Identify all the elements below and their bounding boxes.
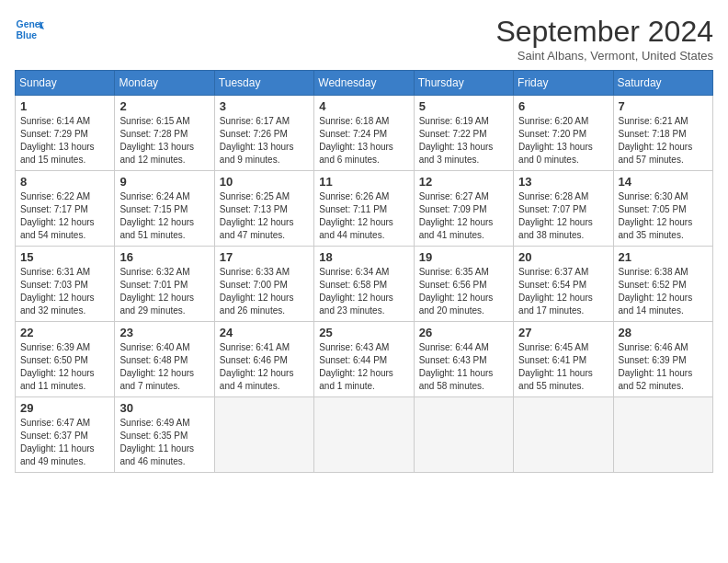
day-info: Sunrise: 6:30 AM Sunset: 7:05 PM Dayligh… xyxy=(619,190,708,242)
day-number: 4 xyxy=(319,99,408,113)
calendar-day-cell: 2Sunrise: 6:15 AM Sunset: 7:28 PM Daylig… xyxy=(115,96,214,171)
day-info: Sunrise: 6:24 AM Sunset: 7:15 PM Dayligh… xyxy=(119,190,209,242)
calendar-day-cell: 8Sunrise: 6:22 AM Sunset: 7:17 PM Daylig… xyxy=(16,171,115,247)
calendar-day-cell: 27Sunrise: 6:45 AM Sunset: 6:41 PM Dayli… xyxy=(514,322,613,397)
calendar-day-cell: 9Sunrise: 6:24 AM Sunset: 7:15 PM Daylig… xyxy=(115,171,214,247)
day-info: Sunrise: 6:20 AM Sunset: 7:20 PM Dayligh… xyxy=(518,115,608,167)
title-block: September 2024 Saint Albans, Vermont, Un… xyxy=(495,15,713,63)
day-number: 23 xyxy=(119,326,209,339)
calendar-day-cell: 20Sunrise: 6:37 AM Sunset: 6:54 PM Dayli… xyxy=(514,247,613,322)
day-number: 24 xyxy=(220,326,309,339)
day-info: Sunrise: 6:49 AM Sunset: 6:35 PM Dayligh… xyxy=(119,417,209,468)
day-info: Sunrise: 6:45 AM Sunset: 6:41 PM Dayligh… xyxy=(518,341,608,393)
calendar-day-cell: 10Sunrise: 6:25 AM Sunset: 7:13 PM Dayli… xyxy=(214,171,313,247)
day-number: 7 xyxy=(619,99,708,113)
day-info: Sunrise: 6:43 AM Sunset: 6:44 PM Dayligh… xyxy=(319,341,408,393)
calendar-day-cell: 18Sunrise: 6:34 AM Sunset: 6:58 PM Dayli… xyxy=(314,247,414,322)
day-info: Sunrise: 6:17 AM Sunset: 7:26 PM Dayligh… xyxy=(220,115,309,167)
calendar-day-cell: 24Sunrise: 6:41 AM Sunset: 6:46 PM Dayli… xyxy=(214,322,313,397)
day-info: Sunrise: 6:15 AM Sunset: 7:28 PM Dayligh… xyxy=(119,115,209,167)
day-number: 28 xyxy=(619,326,708,339)
day-number: 15 xyxy=(20,250,109,264)
calendar-day-cell xyxy=(414,397,513,473)
calendar-day-cell: 13Sunrise: 6:28 AM Sunset: 7:07 PM Dayli… xyxy=(514,171,613,247)
calendar-day-cell xyxy=(514,397,613,473)
day-info: Sunrise: 6:19 AM Sunset: 7:22 PM Dayligh… xyxy=(419,115,508,167)
col-header-friday: Friday xyxy=(514,71,613,96)
day-info: Sunrise: 6:14 AM Sunset: 7:29 PM Dayligh… xyxy=(20,115,109,167)
logo: General Blue xyxy=(15,15,44,44)
calendar-week-row: 22Sunrise: 6:39 AM Sunset: 6:50 PM Dayli… xyxy=(16,322,713,397)
calendar-week-row: 29Sunrise: 6:47 AM Sunset: 6:37 PM Dayli… xyxy=(16,397,713,473)
day-number: 30 xyxy=(119,401,209,415)
day-number: 20 xyxy=(518,250,608,264)
calendar-day-cell: 17Sunrise: 6:33 AM Sunset: 7:00 PM Dayli… xyxy=(214,247,313,322)
day-info: Sunrise: 6:35 AM Sunset: 6:56 PM Dayligh… xyxy=(419,266,508,317)
col-header-saturday: Saturday xyxy=(613,71,712,96)
day-number: 1 xyxy=(20,99,109,113)
calendar-day-cell: 26Sunrise: 6:44 AM Sunset: 6:43 PM Dayli… xyxy=(414,322,513,397)
day-info: Sunrise: 6:44 AM Sunset: 6:43 PM Dayligh… xyxy=(419,341,508,393)
day-info: Sunrise: 6:21 AM Sunset: 7:18 PM Dayligh… xyxy=(619,115,708,167)
day-number: 22 xyxy=(20,326,109,339)
day-number: 13 xyxy=(518,175,608,189)
day-number: 2 xyxy=(119,99,209,113)
location-subtitle: Saint Albans, Vermont, United States xyxy=(495,49,713,63)
day-info: Sunrise: 6:32 AM Sunset: 7:01 PM Dayligh… xyxy=(119,266,209,317)
calendar-day-cell: 22Sunrise: 6:39 AM Sunset: 6:50 PM Dayli… xyxy=(16,322,115,397)
day-info: Sunrise: 6:34 AM Sunset: 6:58 PM Dayligh… xyxy=(319,266,408,317)
calendar-day-cell: 7Sunrise: 6:21 AM Sunset: 7:18 PM Daylig… xyxy=(613,96,712,171)
calendar-day-cell: 29Sunrise: 6:47 AM Sunset: 6:37 PM Dayli… xyxy=(16,397,115,473)
calendar-day-cell: 30Sunrise: 6:49 AM Sunset: 6:35 PM Dayli… xyxy=(115,397,214,473)
calendar-day-cell: 3Sunrise: 6:17 AM Sunset: 7:26 PM Daylig… xyxy=(214,96,313,171)
logo-icon: General Blue xyxy=(15,15,44,44)
calendar-day-cell: 21Sunrise: 6:38 AM Sunset: 6:52 PM Dayli… xyxy=(613,247,712,322)
calendar-table: SundayMondayTuesdayWednesdayThursdayFrid… xyxy=(15,70,713,473)
day-number: 27 xyxy=(518,326,608,339)
col-header-sunday: Sunday xyxy=(16,71,115,96)
day-info: Sunrise: 6:31 AM Sunset: 7:03 PM Dayligh… xyxy=(20,266,109,317)
day-number: 9 xyxy=(119,175,209,189)
page-header: General Blue September 2024 Saint Albans… xyxy=(15,15,713,63)
col-header-monday: Monday xyxy=(115,71,214,96)
day-number: 26 xyxy=(419,326,508,339)
day-number: 16 xyxy=(119,250,209,264)
day-number: 25 xyxy=(319,326,408,339)
calendar-day-cell: 6Sunrise: 6:20 AM Sunset: 7:20 PM Daylig… xyxy=(514,96,613,171)
day-info: Sunrise: 6:22 AM Sunset: 7:17 PM Dayligh… xyxy=(20,190,109,242)
calendar-day-cell: 12Sunrise: 6:27 AM Sunset: 7:09 PM Dayli… xyxy=(414,171,513,247)
day-number: 19 xyxy=(419,250,508,264)
day-info: Sunrise: 6:25 AM Sunset: 7:13 PM Dayligh… xyxy=(220,190,309,242)
calendar-day-cell: 28Sunrise: 6:46 AM Sunset: 6:39 PM Dayli… xyxy=(613,322,712,397)
day-number: 12 xyxy=(419,175,508,189)
day-number: 10 xyxy=(220,175,309,189)
calendar-header-row: SundayMondayTuesdayWednesdayThursdayFrid… xyxy=(16,71,713,96)
day-info: Sunrise: 6:41 AM Sunset: 6:46 PM Dayligh… xyxy=(220,341,309,393)
calendar-day-cell: 11Sunrise: 6:26 AM Sunset: 7:11 PM Dayli… xyxy=(314,171,414,247)
calendar-day-cell: 19Sunrise: 6:35 AM Sunset: 6:56 PM Dayli… xyxy=(414,247,513,322)
calendar-day-cell xyxy=(214,397,313,473)
day-info: Sunrise: 6:33 AM Sunset: 7:00 PM Dayligh… xyxy=(220,266,309,317)
month-title: September 2024 xyxy=(495,15,713,49)
day-info: Sunrise: 6:47 AM Sunset: 6:37 PM Dayligh… xyxy=(20,417,109,468)
day-info: Sunrise: 6:38 AM Sunset: 6:52 PM Dayligh… xyxy=(619,266,708,317)
col-header-wednesday: Wednesday xyxy=(314,71,414,96)
day-number: 18 xyxy=(319,250,408,264)
day-number: 21 xyxy=(619,250,708,264)
calendar-week-row: 8Sunrise: 6:22 AM Sunset: 7:17 PM Daylig… xyxy=(16,171,713,247)
day-number: 5 xyxy=(419,99,508,113)
day-info: Sunrise: 6:40 AM Sunset: 6:48 PM Dayligh… xyxy=(119,341,209,393)
day-number: 11 xyxy=(319,175,408,189)
calendar-day-cell: 4Sunrise: 6:18 AM Sunset: 7:24 PM Daylig… xyxy=(314,96,414,171)
col-header-thursday: Thursday xyxy=(414,71,513,96)
col-header-tuesday: Tuesday xyxy=(214,71,313,96)
day-number: 29 xyxy=(20,401,109,415)
day-info: Sunrise: 6:18 AM Sunset: 7:24 PM Dayligh… xyxy=(319,115,408,167)
calendar-day-cell: 15Sunrise: 6:31 AM Sunset: 7:03 PM Dayli… xyxy=(16,247,115,322)
day-info: Sunrise: 6:46 AM Sunset: 6:39 PM Dayligh… xyxy=(619,341,708,393)
calendar-day-cell: 16Sunrise: 6:32 AM Sunset: 7:01 PM Dayli… xyxy=(115,247,214,322)
calendar-day-cell: 1Sunrise: 6:14 AM Sunset: 7:29 PM Daylig… xyxy=(16,96,115,171)
calendar-week-row: 1Sunrise: 6:14 AM Sunset: 7:29 PM Daylig… xyxy=(16,96,713,171)
calendar-week-row: 15Sunrise: 6:31 AM Sunset: 7:03 PM Dayli… xyxy=(16,247,713,322)
calendar-day-cell: 23Sunrise: 6:40 AM Sunset: 6:48 PM Dayli… xyxy=(115,322,214,397)
